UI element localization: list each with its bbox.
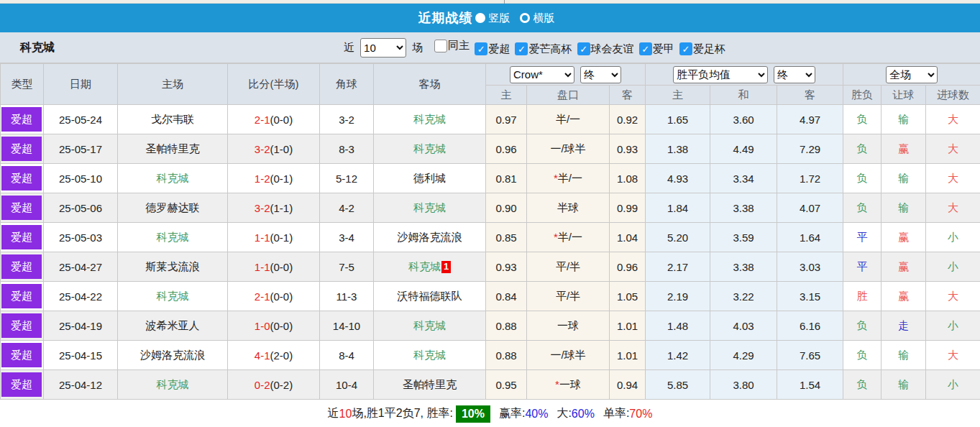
recent-count-select[interactable]: 10: [360, 38, 406, 58]
away-team: 沃特福德联队: [398, 290, 462, 302]
filter-checkbox-group[interactable]: ✓爱甲: [637, 42, 674, 56]
odds-dropdown-cell: Crow* 终: [486, 64, 646, 86]
league-badge: 爱超: [1, 372, 42, 397]
mean-draw-cell: 3.22: [710, 282, 777, 311]
checkbox-icon[interactable]: ✓: [515, 42, 528, 55]
mean-away-cell: 4.07: [777, 193, 843, 223]
handicap-win-rate-value: 40%: [525, 408, 548, 421]
single-rate-value: 70%: [629, 408, 652, 421]
checkbox-icon[interactable]: ✓: [434, 40, 447, 52]
mean-away-cell: 3.15: [777, 282, 843, 311]
away-team-cell: 沃特福德联队: [374, 282, 486, 311]
result-text: 负: [857, 113, 868, 125]
full-time-score: 0-2: [255, 379, 270, 391]
handicap-result-text: 输: [898, 349, 909, 361]
full-time-score: 3-2: [255, 202, 270, 214]
checkbox-label[interactable]: 爱甲: [653, 42, 674, 56]
result-text: 负: [857, 378, 868, 390]
checkbox-label[interactable]: 同主: [448, 39, 470, 52]
filter-checkbox-group[interactable]: ✓同主: [432, 39, 470, 52]
filter-checkbox-group[interactable]: ✓球会友谊: [575, 42, 634, 56]
check-icon: ✓: [477, 45, 485, 54]
goals-result-cell: 小: [926, 223, 980, 252]
result-cell: 负: [843, 341, 881, 370]
subheader-mean-draw: 和: [710, 86, 777, 105]
handicap-cell: 半球: [527, 193, 610, 223]
handicap-result-cell: 输: [881, 193, 926, 223]
checkbox-icon[interactable]: ✓: [475, 42, 487, 55]
odds-company-select[interactable]: Crow*: [510, 66, 574, 83]
away-team: 科克城: [413, 349, 446, 361]
goals-result-text: 小: [948, 319, 958, 331]
league-cell: 爱超: [1, 370, 44, 400]
recent-results-panel: 近期战绩 竖版 横版 科克城 近 10 场 ✓同主 ✓爱超 ✓爱芒高杯 ✓球会友…: [0, 0, 980, 427]
half-time-score: (2-0): [270, 349, 293, 362]
filter-checkbox-group[interactable]: ✓爱芒高杯: [513, 42, 572, 56]
result-cell: 负: [843, 311, 881, 341]
corner-cell: 11-3: [320, 282, 374, 311]
mean-home-cell: 2.17: [646, 252, 710, 282]
date-cell: 25-05-03: [44, 223, 118, 252]
result-cell: 胜: [843, 282, 881, 311]
goals-result-cell: 大: [926, 134, 980, 164]
result-text: 负: [857, 142, 868, 155]
radio-horizontal-icon[interactable]: [520, 13, 530, 23]
odds-away-cell: 0.99: [610, 193, 646, 223]
home-team: 科克城: [157, 378, 189, 390]
handicap-cell: 平/半: [527, 252, 610, 282]
result-text: 胜: [857, 290, 868, 302]
handicap-value: 半/一: [556, 113, 580, 125]
league-badge: 爱超: [1, 196, 42, 220]
title-bar: 近期战绩 竖版 横版: [0, 4, 980, 32]
handicap-win-rate-label: 赢率:: [499, 406, 525, 421]
away-team-cell: 德利城: [374, 164, 486, 193]
radio-vertical-label[interactable]: 竖版: [489, 12, 510, 25]
scope-select[interactable]: 全场: [886, 66, 938, 83]
summary-count: 10: [339, 408, 352, 421]
checkbox-label[interactable]: 爱芒高杯: [528, 42, 572, 56]
odds-away-cell: 0.92: [610, 105, 646, 134]
radio-vertical-selected-icon[interactable]: [475, 13, 485, 23]
results-table: 类型 日期 主场 比分(半场) 角球 客场 Crow* 终 胜平负均值: [0, 63, 980, 400]
checkbox-label[interactable]: 爱超: [488, 42, 510, 56]
handicap-result-text: 输: [898, 201, 909, 214]
mean-draw-cell: 3.38: [710, 193, 777, 223]
corner-cell: 7-5: [320, 252, 374, 282]
result-text: 负: [857, 172, 868, 184]
handicap-value: 半/一: [558, 172, 582, 184]
table-row: 爱超 25-04-15 沙姆洛克流浪 4-1(2-0) 8-4 科克城 0.88…: [1, 341, 980, 370]
handicap-result-text: 走: [898, 319, 909, 331]
checkbox-icon[interactable]: ✓: [639, 42, 652, 55]
checkbox-label[interactable]: 爱足杯: [693, 42, 725, 56]
home-team-cell: 科克城: [118, 370, 228, 400]
checkbox-label[interactable]: 球会友谊: [591, 42, 634, 56]
table-row: 爱超 25-04-12 科克城 0-2(0-2) 10-4 圣帕特里克 0.95…: [1, 370, 980, 400]
goals-result-cell: 大: [926, 193, 980, 223]
league-badge: 爱超: [1, 313, 42, 338]
odds-time-select[interactable]: 终: [580, 66, 621, 83]
subheader-handicap: 盘口: [527, 86, 610, 105]
mean-home-cell: 5.85: [646, 370, 710, 400]
mean-time-select[interactable]: 终: [774, 66, 815, 83]
odds-away-cell: 0.93: [610, 134, 646, 164]
away-team: 科克城: [413, 201, 446, 214]
date-cell: 25-05-06: [44, 193, 118, 223]
mean-type-select[interactable]: 胜平负均值: [673, 66, 768, 83]
goals-result-cell: 小: [926, 311, 980, 341]
goals-result-text: 大: [948, 290, 958, 302]
score-cell: 2-1(0-0): [228, 282, 320, 311]
filter-checkbox-group[interactable]: ✓爱足杯: [677, 42, 725, 56]
checkbox-icon[interactable]: ✓: [577, 42, 590, 55]
filter-checkbox-group[interactable]: ✓爱超: [472, 42, 510, 56]
checkbox-icon[interactable]: ✓: [679, 42, 692, 55]
odds-home-cell: 0.93: [486, 252, 527, 282]
summary-bar: 近10场,胜1平2负7, 胜率: 10% 赢率:40% 大:60% 单率:70%: [0, 400, 980, 427]
handicap-cell: 半/一: [527, 105, 610, 134]
panel-title: 近期战绩: [418, 9, 473, 27]
home-team-cell: 沙姆洛克流浪: [118, 341, 228, 370]
handicap-result-cell: 输: [881, 105, 926, 134]
away-team-cell: 科克城: [374, 193, 486, 223]
radio-horizontal-label[interactable]: 横版: [533, 12, 555, 25]
result-text: 负: [857, 319, 868, 331]
col-header-home: 主场: [118, 64, 228, 105]
